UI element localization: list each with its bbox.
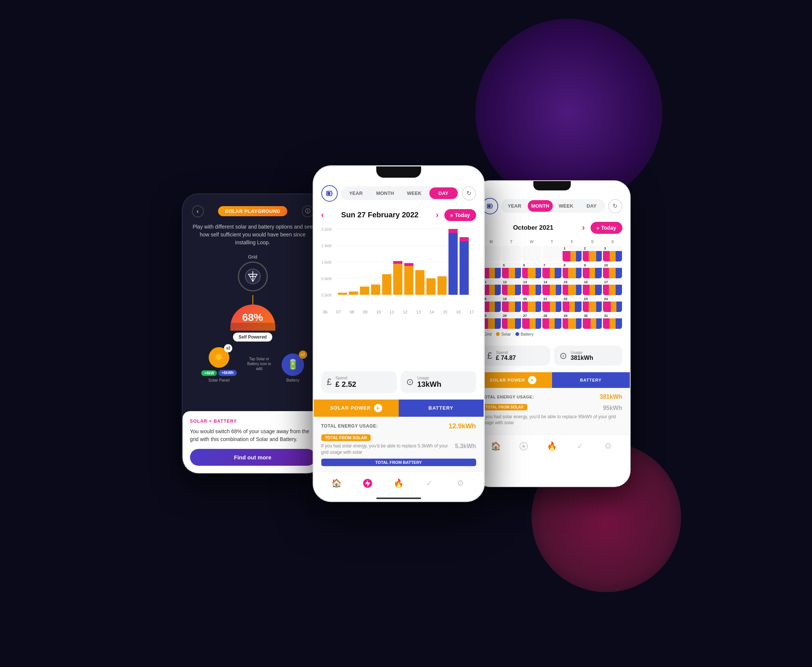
calendar-day[interactable]: 9	[583, 262, 602, 278]
cal-header-w: W	[522, 237, 541, 246]
right-stats-row: £ Spend £ 74.87 ⊙ Usage 381kWh	[474, 341, 630, 370]
bottom-card: SOLAR + BATTERY You would switch 68% of …	[182, 411, 323, 473]
calendar-day[interactable]: 1	[563, 246, 582, 262]
calendar-day[interactable]: 2	[583, 246, 602, 262]
calendar-day[interactable]: 15	[563, 279, 582, 295]
calendar-day[interactable]: 3	[603, 246, 622, 262]
calendar-day[interactable]: 26	[502, 313, 521, 329]
month-navigation: ‹ October 2021 › » Today	[474, 218, 630, 237]
legend-battery-dot	[515, 332, 519, 336]
calendar-day[interactable]: 24	[603, 296, 622, 312]
right-tab-year[interactable]: YEAR	[502, 200, 527, 212]
grid-diagram: Grid	[192, 254, 314, 411]
battery-badge: TOTAL FROM BATTERY	[321, 459, 476, 466]
svg-rect-36	[459, 237, 469, 241]
tab-month[interactable]: MONTH	[371, 187, 399, 199]
solar-panel-icon[interactable]: ☀️ x2	[209, 347, 229, 368]
cal-header-s2: S	[603, 237, 622, 246]
nav-energy[interactable]	[361, 476, 375, 490]
svg-marker-43	[521, 443, 526, 449]
svg-rect-25	[382, 274, 391, 295]
battery-tab-icon	[321, 185, 338, 202]
calendar-day[interactable]: 21	[542, 296, 562, 312]
energy-chart: 3.2kW 2.4kW 1.6kW 0.8kW 0.0kW	[321, 225, 476, 307]
svg-rect-22	[349, 291, 358, 295]
today-button[interactable]: » Today	[444, 209, 476, 221]
calendar-day[interactable]: 28	[542, 313, 562, 329]
svg-rect-27	[393, 261, 403, 264]
right-tab-day[interactable]: DAY	[579, 200, 604, 212]
right-nav-energy[interactable]	[517, 440, 530, 453]
right-nav-fire[interactable]: 🔥	[545, 440, 558, 453]
right-battery-tab[interactable]: BATTERY	[552, 372, 630, 388]
right-spend-icon: £	[487, 350, 492, 361]
cal-header-t1: T	[502, 237, 521, 246]
nav-fire[interactable]: 🔥	[392, 476, 405, 490]
right-solar-power-tab[interactable]: SOLAR POWER +	[474, 372, 552, 388]
date-prev-arrow[interactable]: ‹	[321, 210, 324, 220]
calendar-days: 1234567891011121314151617181920212223242…	[477, 246, 627, 329]
solar-badge: TOTAL FROM SOLAR	[321, 434, 371, 441]
calendar-day[interactable]: 31	[603, 313, 622, 329]
date-next-arrow[interactable]: ›	[436, 210, 438, 220]
right-nav-home[interactable]: 🏠	[489, 440, 502, 453]
battery-tab[interactable]: BATTERY	[399, 400, 484, 417]
refresh-button[interactable]: ↻	[462, 186, 476, 201]
calendar-day[interactable]: 19	[502, 296, 521, 312]
battery-icon[interactable]: 🔋 x2	[282, 353, 304, 376]
usage-value: 13kWh	[418, 380, 441, 389]
calendar-day[interactable]: 20	[522, 296, 541, 312]
add-kwh-badge: +6kWh	[219, 370, 237, 376]
tab-day[interactable]: DAY	[429, 187, 458, 199]
calendar-day[interactable]: 5	[502, 262, 521, 278]
right-solar-badge: TOTAL FROM SOLAR	[482, 404, 527, 410]
solar-power-tab[interactable]: SOLAR POWER +	[314, 400, 399, 417]
svg-text:0.8kW: 0.8kW	[321, 277, 332, 281]
calendar-day[interactable]: 29	[563, 313, 582, 329]
right-total-energy-label: TOTAL ENERGY USAGE:	[482, 395, 534, 399]
nav-home[interactable]: 🏠	[330, 476, 343, 490]
calendar-day[interactable]: 12	[502, 279, 521, 295]
cal-header-t2: T	[542, 237, 562, 246]
calendar-day[interactable]: 6	[522, 262, 541, 278]
calendar-day[interactable]: 27	[522, 313, 541, 329]
svg-rect-28	[404, 266, 413, 295]
info-button[interactable]: ⓘ	[302, 206, 314, 217]
svg-rect-35	[459, 241, 469, 295]
right-spend-card: £ Spend £ 74.87	[482, 346, 550, 366]
right-total-energy-value: 381kWh	[600, 393, 622, 400]
nav-settings[interactable]: ⚙	[454, 476, 467, 490]
right-tab-month[interactable]: MONTH	[528, 200, 553, 212]
svg-rect-31	[426, 278, 435, 295]
back-button[interactable]: ‹	[192, 206, 204, 217]
tab-year[interactable]: YEAR	[342, 187, 370, 199]
tab-week[interactable]: WEEK	[400, 187, 429, 199]
right-tab-week[interactable]: WEEK	[553, 200, 578, 212]
chart-area: 3.2kW 2.4kW 1.6kW 0.8kW 0.0kW	[314, 225, 484, 365]
month-next-arrow[interactable]: ›	[582, 223, 585, 233]
nav-check[interactable]: ✓	[423, 476, 436, 490]
right-nav-check[interactable]: ✓	[573, 440, 587, 453]
calendar-day[interactable]: 13	[522, 279, 541, 295]
svg-rect-33	[449, 233, 458, 295]
right-solar-sub-value: 95kWh	[603, 405, 622, 411]
right-tab-bar: YEAR MONTH WEEK DAY ↻	[474, 194, 630, 218]
usage-card: ⊙ Usage 13kWh	[401, 371, 476, 393]
phone-left: ‹ SOLAR PLAYGROUND ⓘ Play with different…	[182, 193, 324, 474]
find-out-button[interactable]: Find out more	[190, 449, 316, 466]
calendar-day[interactable]: 22	[563, 296, 582, 312]
calendar-day[interactable]: 8	[563, 262, 582, 278]
calendar-day[interactable]: 17	[603, 279, 622, 295]
right-nav-settings[interactable]: ⚙	[602, 440, 615, 453]
calendar-day[interactable]: 14	[542, 279, 562, 295]
right-refresh-button[interactable]: ↻	[608, 199, 622, 213]
calendar-day[interactable]: 30	[583, 313, 602, 329]
calendar-day[interactable]: 10	[603, 262, 622, 278]
calendar-container: M T W T F S S 12345678910111213141516171…	[474, 237, 630, 329]
calendar-day[interactable]: 7	[542, 262, 562, 278]
spend-value: £ 2.52	[335, 380, 356, 389]
right-today-button[interactable]: » Today	[591, 222, 622, 234]
calendar-day[interactable]: 16	[583, 279, 602, 295]
calendar-day[interactable]: 23	[583, 296, 602, 312]
right-usage-card: ⊙ Usage 381kWh	[554, 346, 622, 366]
